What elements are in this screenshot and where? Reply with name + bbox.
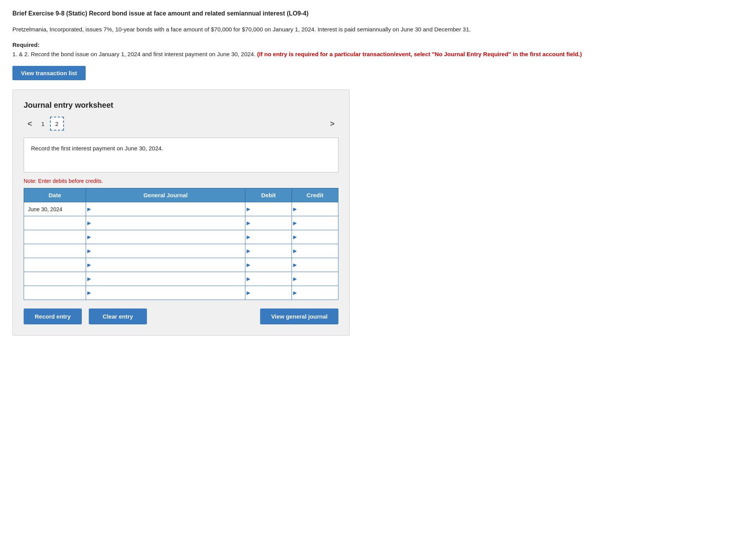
credit-input-4[interactable] — [297, 244, 338, 258]
col-header-credit: Credit — [292, 188, 338, 202]
tab-1[interactable]: 1 — [36, 117, 50, 131]
journal-cell-1[interactable]: ▶ — [86, 202, 245, 216]
journal-cell-5[interactable]: ▶ — [86, 258, 245, 272]
next-nav-arrow[interactable]: > — [326, 118, 338, 130]
debit-cell-3[interactable]: ▶ — [245, 230, 292, 244]
journal-input-3[interactable] — [91, 230, 245, 244]
intro-text: Pretzelmania, Incorporated, issues 7%, 1… — [12, 25, 742, 34]
credit-input-1[interactable] — [297, 202, 338, 216]
date-cell-2 — [24, 216, 86, 230]
clear-entry-button[interactable]: Clear entry — [89, 308, 147, 324]
journal-cell-7[interactable]: ▶ — [86, 286, 245, 300]
journal-input-5[interactable] — [91, 258, 245, 272]
tab-2[interactable]: 2 — [50, 117, 64, 131]
table-row: ▶ ▶ ▶ — [24, 230, 338, 244]
description-box: Record the first interest payment on Jun… — [24, 138, 338, 172]
table-row: ▶ ▶ ▶ — [24, 286, 338, 300]
credit-cell-6[interactable]: ▶ — [292, 272, 338, 286]
credit-cell-7[interactable]: ▶ — [292, 286, 338, 300]
debit-cell-6[interactable]: ▶ — [245, 272, 292, 286]
date-cell-3 — [24, 230, 86, 244]
table-row: ▶ ▶ ▶ — [24, 244, 338, 258]
journal-cell-2[interactable]: ▶ — [86, 216, 245, 230]
required-instruction: (If no entry is required for a particula… — [257, 51, 582, 57]
worksheet-container: Journal entry worksheet < 1 2 > Record t… — [12, 90, 350, 336]
credit-input-2[interactable] — [297, 216, 338, 230]
col-header-journal: General Journal — [86, 188, 245, 202]
debit-input-7[interactable] — [250, 286, 292, 300]
prev-nav-arrow[interactable]: < — [24, 118, 36, 130]
page-title: Brief Exercise 9-8 (Static) Record bond … — [12, 9, 742, 18]
credit-cell-5[interactable]: ▶ — [292, 258, 338, 272]
debit-cell-2[interactable]: ▶ — [245, 216, 292, 230]
note-text: Note: Enter debits before credits. — [24, 178, 338, 184]
journal-input-1[interactable] — [91, 202, 245, 216]
journal-input-2[interactable] — [91, 216, 245, 230]
debit-input-1[interactable] — [250, 202, 292, 216]
worksheet-title: Journal entry worksheet — [24, 101, 338, 110]
debit-cell-4[interactable]: ▶ — [245, 244, 292, 258]
required-label: Required: — [12, 41, 40, 48]
debit-cell-7[interactable]: ▶ — [245, 286, 292, 300]
journal-cell-3[interactable]: ▶ — [86, 230, 245, 244]
date-cell-4 — [24, 244, 86, 258]
credit-input-3[interactable] — [297, 230, 338, 244]
col-header-debit: Debit — [245, 188, 292, 202]
journal-input-4[interactable] — [91, 244, 245, 258]
bottom-buttons: Record entry Clear entry View general jo… — [24, 308, 338, 324]
date-cell-1: June 30, 2024 — [24, 202, 86, 216]
table-row: June 30, 2024 ▶ ▶ ▶ — [24, 202, 338, 216]
credit-input-5[interactable] — [297, 258, 338, 272]
tab-row: < 1 2 > — [24, 117, 338, 131]
table-row: ▶ ▶ ▶ — [24, 258, 338, 272]
required-body: 1. & 2. Record the bond issue on January… — [12, 51, 255, 57]
view-transaction-list-button[interactable]: View transaction list — [12, 66, 86, 80]
credit-cell-1[interactable]: ▶ — [292, 202, 338, 216]
debit-input-3[interactable] — [250, 230, 292, 244]
credit-input-6[interactable] — [297, 272, 338, 286]
date-cell-6 — [24, 272, 86, 286]
journal-input-7[interactable] — [91, 286, 245, 300]
credit-cell-3[interactable]: ▶ — [292, 230, 338, 244]
credit-input-7[interactable] — [297, 286, 338, 300]
debit-input-2[interactable] — [250, 216, 292, 230]
col-header-date: Date — [24, 188, 86, 202]
table-row: ▶ ▶ ▶ — [24, 272, 338, 286]
date-cell-5 — [24, 258, 86, 272]
debit-input-6[interactable] — [250, 272, 292, 286]
debit-input-5[interactable] — [250, 258, 292, 272]
debit-cell-1[interactable]: ▶ — [245, 202, 292, 216]
record-entry-button[interactable]: Record entry — [24, 308, 82, 324]
journal-input-6[interactable] — [91, 272, 245, 286]
journal-table: Date General Journal Debit Credit June 3… — [24, 188, 338, 300]
credit-cell-4[interactable]: ▶ — [292, 244, 338, 258]
date-cell-7 — [24, 286, 86, 300]
journal-cell-6[interactable]: ▶ — [86, 272, 245, 286]
debit-cell-5[interactable]: ▶ — [245, 258, 292, 272]
credit-cell-2[interactable]: ▶ — [292, 216, 338, 230]
required-section: Required: 1. & 2. Record the bond issue … — [12, 40, 742, 59]
table-row: ▶ ▶ ▶ — [24, 216, 338, 230]
view-general-journal-button[interactable]: View general journal — [260, 308, 338, 324]
journal-cell-4[interactable]: ▶ — [86, 244, 245, 258]
debit-input-4[interactable] — [250, 244, 292, 258]
